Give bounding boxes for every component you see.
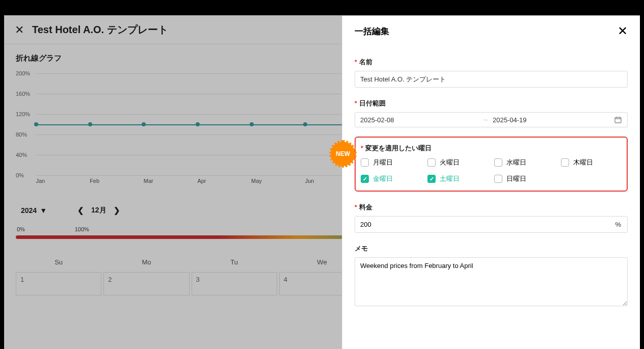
name-input[interactable] xyxy=(355,71,628,88)
memo-label: メモ xyxy=(355,244,368,253)
checkbox-icon xyxy=(361,175,369,183)
days-label: 変更を適用したい曜日 xyxy=(365,144,432,153)
day-label: 月曜日 xyxy=(373,158,393,167)
day-label: 水曜日 xyxy=(506,158,526,167)
drawer-title: 一括編集 xyxy=(355,25,389,37)
day-checkbox-5[interactable]: 土曜日 xyxy=(427,174,488,183)
checkbox-icon xyxy=(494,175,502,183)
day-label: 火曜日 xyxy=(440,158,460,167)
date-end-input[interactable] xyxy=(493,116,610,124)
day-checkbox-4[interactable]: 金曜日 xyxy=(361,174,421,183)
day-label: 木曜日 xyxy=(573,158,593,167)
date-start-input[interactable] xyxy=(360,116,477,124)
day-checkbox-3[interactable]: 木曜日 xyxy=(561,158,622,167)
rate-unit: % xyxy=(609,221,627,228)
date-range-picker[interactable]: → xyxy=(355,112,628,127)
checkbox-icon xyxy=(361,158,369,167)
checkbox-icon xyxy=(561,158,569,167)
day-label: 日曜日 xyxy=(506,174,526,183)
day-label: 金曜日 xyxy=(373,174,393,183)
new-badge: NEW xyxy=(331,142,355,166)
checkbox-icon xyxy=(427,175,436,183)
svg-rect-0 xyxy=(615,117,621,123)
calendar-icon xyxy=(614,116,622,124)
day-label: 土曜日 xyxy=(440,174,460,183)
days-of-week-box: *変更を適用したい曜日 月曜日火曜日水曜日木曜日金曜日土曜日日曜日 xyxy=(355,137,628,192)
day-checkbox-2[interactable]: 水曜日 xyxy=(494,158,555,167)
day-checkbox-6[interactable]: 日曜日 xyxy=(494,174,555,183)
arrow-right-icon: → xyxy=(481,116,489,124)
date-range-label: 日付範囲 xyxy=(359,99,386,108)
rate-label: 料金 xyxy=(359,203,372,212)
rate-input[interactable] xyxy=(355,217,609,232)
name-field-label: 名前 xyxy=(359,58,372,67)
checkbox-icon xyxy=(427,158,436,167)
day-checkbox-0[interactable]: 月曜日 xyxy=(361,158,421,167)
memo-textarea[interactable] xyxy=(355,257,628,306)
day-checkbox-1[interactable]: 火曜日 xyxy=(427,158,488,167)
checkbox-icon xyxy=(494,158,502,167)
bulk-edit-drawer: 一括編集 ✕ *名前 *日付範囲 → *変更を適用したい曜日 月曜日火曜日水曜日… xyxy=(342,15,640,349)
drawer-close-icon[interactable]: ✕ xyxy=(618,24,628,38)
